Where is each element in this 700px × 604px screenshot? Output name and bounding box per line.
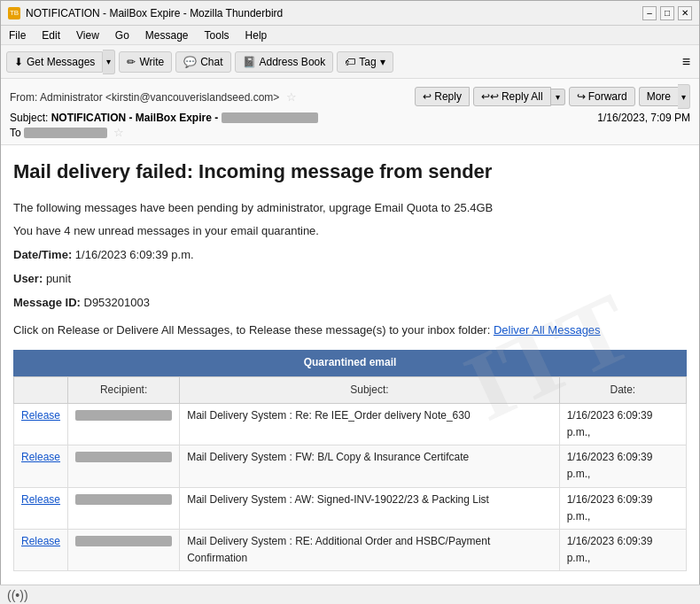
recipient-redacted-3: ██████████████: [75, 536, 172, 546]
col-recipient: Recipient:: [68, 376, 180, 403]
subject-cell-3: Mail Delivery System : RE: Additional Or…: [180, 529, 560, 570]
reply-icon: ↩: [423, 90, 432, 103]
datetime-label: Date/Time:: [13, 248, 72, 261]
recipient-redacted-1: ██████████████: [75, 452, 172, 462]
more-dropdown[interactable]: ▾: [678, 84, 690, 109]
subject-row: Subject: NOTIFICATION - MailBox Expire -…: [10, 112, 690, 124]
maximize-button[interactable]: □: [660, 6, 674, 20]
chat-button[interactable]: 💬 Chat: [175, 51, 230, 73]
to-redacted: ████████████: [24, 128, 107, 138]
window-controls: – □ ✕: [642, 6, 692, 20]
release-link-2[interactable]: Release: [21, 493, 60, 506]
subject-label: Subject:: [10, 112, 48, 124]
get-messages-button[interactable]: ⬇ Get Messages: [6, 51, 103, 73]
to-label: To: [10, 127, 21, 139]
menu-edit[interactable]: Edit: [39, 29, 63, 42]
write-icon: ✏: [127, 56, 136, 68]
subject-value: NOTIFICATION - MailBox Expire -: [51, 112, 218, 124]
email-body: The following messages have been pending…: [13, 199, 687, 604]
menu-message[interactable]: Message: [143, 29, 191, 42]
address-book-icon: 📓: [243, 56, 256, 68]
chat-icon: 💬: [183, 56, 197, 68]
from-label: From:: [10, 91, 37, 104]
get-messages-icon: ⬇: [14, 56, 23, 68]
msgid-value: D953201003: [84, 296, 150, 309]
table-row: Release ██████████████ Mail Delivery Sys…: [14, 445, 687, 487]
tag-button[interactable]: 🏷 Tag ▾: [337, 51, 393, 73]
reply-all-button[interactable]: ↩↩ Reply All: [473, 87, 551, 106]
star-icon[interactable]: ☆: [286, 90, 297, 104]
menu-tools[interactable]: Tools: [202, 29, 232, 42]
get-messages-dropdown[interactable]: ▾: [103, 50, 115, 74]
minimize-button[interactable]: –: [642, 6, 657, 20]
address-book-button[interactable]: 📓 Address Book: [235, 51, 334, 73]
release-instruction: Click on Release or Delivere All Message…: [13, 321, 687, 340]
tag-icon: 🏷: [345, 56, 355, 68]
user-value: punit: [46, 272, 71, 285]
close-button[interactable]: ✕: [678, 6, 692, 20]
hamburger-menu-button[interactable]: ≡: [679, 54, 694, 70]
to-row: To ████████████ ☆: [10, 126, 690, 139]
menu-file[interactable]: File: [6, 29, 28, 42]
table-caption: Quarantined email: [13, 350, 687, 376]
table-row: Release ██████████████ Mail Delivery Sys…: [14, 487, 687, 529]
subject-cell-1: Mail Delivery System : FW: B/L Copy & In…: [180, 445, 560, 487]
date-cell-0: 1/16/2023 6:09:39 p.m.,: [559, 403, 686, 445]
body-line2: You have 4 new unread messages in your e…: [13, 222, 687, 241]
reply-button[interactable]: ↩ Reply: [415, 87, 470, 106]
release-link-3[interactable]: Release: [21, 535, 60, 547]
recipient-redacted-0: ██████████████: [75, 410, 172, 421]
toolbar: ⬇ Get Messages ▾ ✏ Write 💬 Chat 📓 Addres…: [1, 45, 699, 79]
release-link-0[interactable]: Release: [21, 409, 60, 422]
date-cell-1: 1/16/2023 6:09:39 p.m.,: [559, 445, 686, 487]
date-cell-3: 1/16/2023 6:09:39 p.m.,: [559, 529, 686, 570]
date-cell-2: 1/16/2023 6:09:39 p.m.,: [559, 487, 686, 529]
menu-go[interactable]: Go: [113, 29, 132, 42]
wifi-icon: ((•)): [7, 588, 28, 602]
reply-all-group: ↩↩ Reply All ▾: [473, 87, 565, 106]
reply-all-dropdown[interactable]: ▾: [551, 89, 565, 105]
get-messages-label: Get Messages: [27, 56, 95, 68]
user-label: User:: [13, 272, 43, 285]
deliver-all-messages-link-top[interactable]: Deliver All Messages: [494, 323, 601, 337]
msgid-label: Message ID:: [13, 296, 81, 309]
statusbar: ((•)): [0, 585, 700, 604]
app-icon: TB: [8, 7, 20, 19]
datetime-value: 1/16/2023 6:09:39 p.m.: [75, 248, 194, 261]
email-date: 1/16/2023, 7:09 PM: [597, 112, 690, 124]
subject-cell-2: Mail Delivery System : AW: Signed-INV-19…: [180, 487, 560, 529]
forward-icon: ↪: [577, 90, 586, 103]
email-content: ITT Mail delivery failed: Incoming messa…: [1, 145, 699, 604]
body-line1: The following messages have been pending…: [13, 199, 687, 218]
subject-cell-0: Mail Delivery System : Re: Re IEE_Order …: [180, 403, 560, 445]
email-header: From: Administrator <kirstin@vancouveris…: [1, 79, 699, 145]
window-title: NOTIFICATION - MailBox Expire - Mozilla …: [26, 7, 283, 19]
tag-dropdown-icon: ▾: [380, 56, 385, 68]
from-value: Administrator <kirstin@vancouverislandse…: [40, 91, 279, 104]
table-row: Release ██████████████ Mail Delivery Sys…: [14, 529, 687, 570]
get-messages-group: ⬇ Get Messages ▾: [6, 50, 115, 74]
table-row: Release ██████████████ Mail Delivery Sys…: [14, 403, 687, 445]
col-subject: Subject:: [180, 376, 560, 403]
col-date: Date:: [559, 376, 686, 403]
reply-all-icon: ↩↩: [481, 90, 499, 103]
quarantine-table: Quarantined email Recipient: Subject: Da…: [13, 350, 687, 571]
write-button[interactable]: ✏ Write: [119, 51, 172, 73]
menu-help[interactable]: Help: [243, 29, 270, 42]
release-link-1[interactable]: Release: [21, 451, 60, 463]
forward-button[interactable]: ↪ Forward: [569, 87, 635, 106]
email-title: Mail delivery failed: Incoming message f…: [13, 159, 687, 185]
more-group: More ▾: [639, 84, 690, 109]
titlebar: TB NOTIFICATION - MailBox Expire - Mozil…: [1, 1, 699, 26]
to-star-icon[interactable]: ☆: [113, 126, 124, 139]
col-release: [14, 376, 68, 403]
reply-group: ↩ Reply: [415, 87, 470, 106]
menubar: File Edit View Go Message Tools Help: [1, 26, 699, 45]
subject-redacted: ██████████████: [222, 112, 318, 123]
more-button[interactable]: More: [639, 87, 678, 106]
recipient-redacted-2: ██████████████: [75, 494, 172, 505]
menu-view[interactable]: View: [74, 29, 102, 42]
